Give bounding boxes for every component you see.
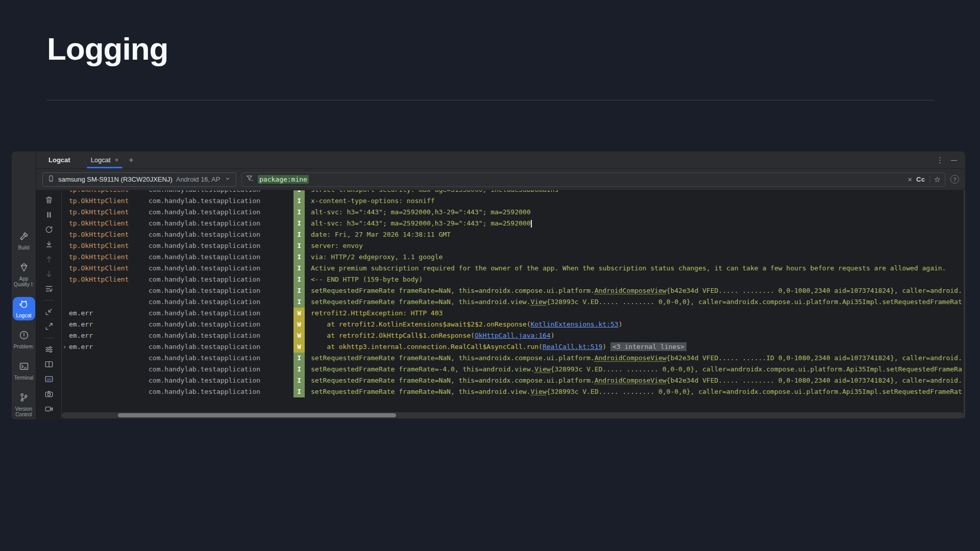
stripe-item-build[interactable]: Build xyxy=(12,229,36,253)
minimize-icon[interactable]: — xyxy=(951,157,957,164)
message-text: {328993c V.ED..... ........ 0,0-0,0}, ca… xyxy=(547,298,962,306)
tab-logcat[interactable]: Logcat × xyxy=(86,152,124,168)
import-icon[interactable] xyxy=(44,307,54,316)
log-row[interactable]: ›em.errcom.handylab.testapplicationW at … xyxy=(62,341,964,353)
page-title: Logging xyxy=(47,31,168,67)
stacktrace-link[interactable]: RealCall.kt:519 xyxy=(543,343,602,350)
log-level-badge: W xyxy=(293,330,305,341)
log-tag xyxy=(69,353,149,364)
log-message: setRequestedFrameRate frameRate=NaN, thi… xyxy=(305,375,964,386)
format-ab-icon[interactable]: ab xyxy=(44,374,54,384)
log-row[interactable]: com.handylab.testapplicationIsetRequeste… xyxy=(62,296,964,308)
trash-icon[interactable] xyxy=(44,195,54,205)
log-row[interactable]: com.handylab.testapplicationIsetRequeste… xyxy=(62,386,964,397)
log-view[interactable]: tp.OkHttpClientcom.handylab.testapplicat… xyxy=(62,190,965,419)
log-package: com.handylab.testapplication xyxy=(149,218,293,229)
log-message: alt-svc: h3=":443"; ma=2592000,h3-29=":4… xyxy=(305,207,964,218)
stripe-item-label: Version Control xyxy=(15,406,32,417)
filter-input[interactable]: package:mine × Cc ☆ xyxy=(241,172,945,187)
log-row[interactable]: tp.OkHttpClientcom.handylab.testapplicat… xyxy=(62,263,964,274)
internal-lines-chip[interactable]: <3 internal lines> xyxy=(610,342,687,351)
log-row[interactable]: tp.OkHttpClientcom.handylab.testapplicat… xyxy=(62,190,964,195)
log-row[interactable]: em.errcom.handylab.testapplicationW at r… xyxy=(62,330,964,341)
add-tab-button[interactable]: + xyxy=(124,156,138,165)
restart-icon[interactable] xyxy=(44,225,54,234)
scroll-to-end-icon[interactable] xyxy=(44,240,54,249)
stacktrace-link[interactable]: OkHttpCall.java:164 xyxy=(475,332,551,339)
log-row[interactable]: tp.OkHttpClientcom.handylab.testapplicat… xyxy=(62,252,964,263)
log-package: com.handylab.testapplication xyxy=(149,386,293,397)
log-package: com.handylab.testapplication xyxy=(149,285,293,296)
toolbar-separator xyxy=(44,300,54,300)
stripe-item-terminal[interactable]: Terminal xyxy=(12,359,36,383)
stripe-item-app[interactable]: App Quality I: xyxy=(12,260,36,289)
log-row[interactable]: com.handylab.testapplicationIsetRequeste… xyxy=(62,375,964,386)
log-row[interactable]: com.handylab.testapplicationIsetRequeste… xyxy=(62,364,964,375)
log-tag: tp.OkHttpClient xyxy=(69,274,149,285)
tool-window-stripe: BuildApp Quality I:LogcatProblem:Termina… xyxy=(12,152,36,419)
device-selector[interactable]: samsung SM-S911N (R3CW20JXENJ) Android 1… xyxy=(42,172,236,187)
match-case-toggle[interactable]: Cc xyxy=(916,176,925,183)
log-row[interactable]: tp.OkHttpClientcom.handylab.testapplicat… xyxy=(62,195,964,207)
log-level-badge: I xyxy=(293,364,305,375)
message-text: setRequestedFrameRate frameRate=NaN, thi… xyxy=(311,388,530,395)
device-name: samsung SM-S911N (R3CW20JXENJ) xyxy=(58,176,173,183)
device-detail: Android 16, API 3 xyxy=(176,176,220,183)
log-package: com.handylab.testapplication xyxy=(149,341,293,353)
help-icon[interactable]: ? xyxy=(950,175,959,184)
message-text: {328993c V.ED..... ........ 0,0-0,0}, ca… xyxy=(551,365,962,373)
log-message: date: Fri, 27 Mar 2026 14:38:11 GMT xyxy=(305,229,964,240)
expander-icon[interactable]: › xyxy=(63,341,66,353)
log-message: setRequestedFrameRate frameRate=NaN, thi… xyxy=(305,296,964,308)
message-text: AndroidComposeView xyxy=(595,354,667,362)
sliders-icon[interactable] xyxy=(44,345,54,354)
tab-label: Logcat xyxy=(91,156,111,164)
pause-icon[interactable] xyxy=(44,210,54,219)
horizontal-scrollbar-thumb[interactable] xyxy=(118,413,396,417)
log-row[interactable]: tp.OkHttpClientcom.handylab.testapplicat… xyxy=(62,240,964,252)
message-text: alt-svc: h3=":443"; ma=2592000,h3-29=":4… xyxy=(311,219,530,227)
message-text: View xyxy=(534,365,550,373)
log-row[interactable]: tp.OkHttpClientcom.handylab.testapplicat… xyxy=(62,207,964,218)
log-package: com.handylab.testapplication xyxy=(149,240,293,252)
filter-clear-icon[interactable]: × xyxy=(908,175,912,184)
log-tag: em.err xyxy=(69,308,149,319)
log-message: at retrofit2.OkHttpCall$1.onResponse(OkH… xyxy=(305,330,964,341)
log-tag xyxy=(69,285,149,296)
message-text: {b42e34d VFED..... ........ 0,0-1080,234… xyxy=(667,377,962,384)
stripe-item-problem[interactable]: Problem: xyxy=(12,328,36,352)
log-row[interactable]: tp.OkHttpClientcom.handylab.testapplicat… xyxy=(62,229,964,240)
log-message: retrofit2.HttpException: HTTP 403 xyxy=(305,308,964,319)
log-row[interactable]: em.errcom.handylab.testapplicationWretro… xyxy=(62,308,964,319)
message-text: date: Fri, 27 Mar 2026 14:38:11 GMT xyxy=(311,231,451,238)
log-row[interactable]: tp.OkHttpClientcom.handylab.testapplicat… xyxy=(62,274,964,285)
log-row[interactable]: com.handylab.testapplicationIsetRequeste… xyxy=(62,285,964,296)
tab-close-icon[interactable]: × xyxy=(115,156,119,164)
log-package: com.handylab.testapplication xyxy=(149,229,293,240)
stripe-item-logcat[interactable]: Logcat xyxy=(13,297,35,320)
log-level-badge: I xyxy=(293,218,305,229)
soft-wrap-icon[interactable] xyxy=(44,284,54,293)
export-icon[interactable] xyxy=(44,322,54,331)
tool-window-title: Logcat xyxy=(48,156,70,164)
log-row[interactable]: em.errcom.handylab.testapplicationW at r… xyxy=(62,319,964,330)
log-package: com.handylab.testapplication xyxy=(149,252,293,263)
log-tag: em.err xyxy=(69,341,149,353)
split-panel-icon[interactable] xyxy=(44,360,54,369)
camera-icon[interactable] xyxy=(44,389,54,398)
log-row[interactable]: com.handylab.testapplicationIsetRequeste… xyxy=(62,353,964,364)
message-text: AndroidComposeView xyxy=(595,377,667,384)
video-icon[interactable] xyxy=(44,404,54,413)
filter-value: package:mine xyxy=(258,175,309,184)
message-text: <-- END HTTP (159-byte body) xyxy=(311,276,423,283)
gem-icon xyxy=(19,262,29,274)
message-text: setRequestedFrameRate frameRate=NaN, thi… xyxy=(311,377,595,384)
log-tag xyxy=(69,364,149,375)
favorite-filter-icon[interactable]: ☆ xyxy=(934,175,941,184)
log-row[interactable]: tp.OkHttpClientcom.handylab.testapplicat… xyxy=(62,218,964,229)
more-options-icon[interactable]: ⋮ xyxy=(936,156,944,165)
filter-funnel-icon xyxy=(246,174,254,184)
log-level-badge: I xyxy=(293,386,305,397)
stacktrace-link[interactable]: KotlinExtensions.kt:53 xyxy=(530,320,618,328)
stripe-item-version[interactable]: Version Control xyxy=(12,390,36,419)
